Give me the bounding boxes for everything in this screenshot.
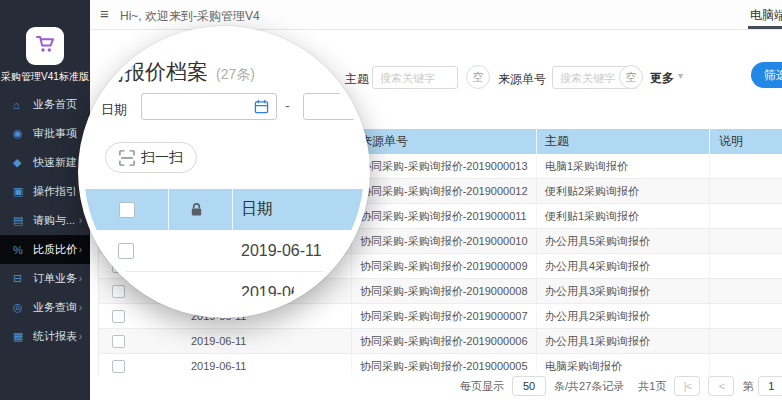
- page-input[interactable]: 1: [758, 376, 782, 396]
- first-page-button[interactable]: |<: [674, 376, 700, 396]
- sidebar-menu: ⌂业务首页◉审批事项◆快速新建▣操作指引▤请购与...›%比质比价›⊟订单业务›…: [0, 90, 90, 351]
- greeting-text: Hi~, 欢迎来到-采购管理V4: [120, 8, 260, 25]
- cell-source: 协同采购-采购询报价-2019000008: [351, 279, 536, 303]
- total-pages: 共1页: [638, 379, 666, 394]
- date-range-dash: -: [285, 98, 290, 114]
- row-checkbox-magnified[interactable]: [118, 243, 134, 259]
- breadcrumb-chevron: ›: [97, 40, 101, 52]
- home-icon: ⌂: [13, 99, 27, 111]
- source-clear-button[interactable]: 空: [619, 65, 643, 89]
- row-checkbox-cell: [99, 329, 139, 353]
- sidebar-item-label: 请购与...: [33, 213, 75, 228]
- sidebar: 采购管理V41标准版 ⌂业务首页◉审批事项◆快速新建▣操作指引▤请购与...›%…: [0, 0, 90, 400]
- sidebar-item-label: 操作指引: [33, 184, 77, 199]
- cell-source: 协同采购-采购询报价-2019000011: [351, 204, 536, 228]
- row-checkbox[interactable]: [112, 310, 125, 323]
- magnified-row-1: 2019-06-11: [84, 230, 370, 272]
- sidebar-item-9[interactable]: ▦统计报表›: [0, 322, 90, 351]
- cell-source: 协同采购-采购询报价-2019000005: [351, 354, 536, 374]
- sidebar-item-7[interactable]: ⊟订单业务›: [0, 264, 90, 293]
- chevron-right-icon: ›: [79, 215, 82, 226]
- per-page-input[interactable]: 50: [512, 376, 546, 396]
- row-checkbox[interactable]: [112, 335, 125, 348]
- cell-subject: 办公用具5采购询报价: [536, 229, 709, 253]
- hamburger-icon[interactable]: ≡: [100, 5, 109, 22]
- cell-subject: 便利贴2采购询报价: [536, 179, 709, 203]
- compare-icon: %: [13, 244, 27, 256]
- sidebar-item-8[interactable]: ◎业务查询›: [0, 293, 90, 322]
- sidebar-item-label: 订单业务: [33, 271, 77, 286]
- row-checkbox[interactable]: [112, 360, 125, 373]
- page-title: 询报价档案(27条): [103, 58, 255, 86]
- row-checkbox-cell: [99, 304, 139, 328]
- sidebar-item-5[interactable]: ▤请购与...›: [0, 206, 90, 235]
- order-icon: ⊟: [13, 272, 27, 285]
- pagination-bar: 每页显示 50 条/共27条记录 共1页 |< < 第 1 页 >: [460, 376, 782, 396]
- quick-new-icon: ◆: [13, 156, 27, 169]
- date-from-input[interactable]: [141, 93, 277, 120]
- sidebar-item-1[interactable]: ⌂业务首页: [0, 90, 90, 119]
- cell-source: 协同采购-采购询报价-2019000009: [351, 254, 536, 278]
- cell-source: 协同采购-采购询报价-2019000007: [351, 304, 536, 328]
- sidebar-item-label: 业务查询: [33, 300, 77, 315]
- cell-note: [709, 329, 782, 353]
- source-filter-label: 来源单号: [498, 71, 546, 88]
- sidebar-item-label: 业务首页: [33, 97, 77, 112]
- table-row[interactable]: 2019-06-11协同采购-采购询报价-2019000006办公用具1采购询报…: [99, 329, 782, 354]
- cell-date: 2019-06-11: [179, 329, 351, 353]
- cell-note: [709, 204, 782, 228]
- cell-subject: 办公用具1采购询报价: [536, 329, 709, 353]
- sidebar-item-label: 比质比价: [33, 242, 77, 257]
- app-title: 采购管理V41标准版: [0, 70, 90, 84]
- chevron-right-icon: ›: [79, 331, 82, 342]
- query-icon: ◎: [13, 301, 27, 314]
- date-to-input[interactable]: [303, 93, 370, 120]
- chevron-right-icon: ›: [79, 273, 82, 284]
- cell-note: [709, 154, 782, 178]
- cell-subject: 办公用具2采购询报价: [536, 304, 709, 328]
- prev-page-button[interactable]: <: [708, 376, 734, 396]
- table-row[interactable]: 2019-06-11协同采购-采购询报价-2019000005电脑采购询报价: [99, 354, 782, 374]
- cell-note: [709, 179, 782, 203]
- subject-filter-input[interactable]: [372, 66, 458, 89]
- more-filters-button[interactable]: 更多: [650, 70, 674, 87]
- row-checkbox[interactable]: [112, 285, 125, 298]
- chevron-right-icon: ›: [79, 302, 82, 313]
- calendar-icon[interactable]: [254, 99, 269, 118]
- col-note: 说明: [709, 129, 782, 154]
- magnified-col-date: 日期: [232, 189, 370, 230]
- request-icon: ▤: [13, 214, 27, 227]
- cell-source: 协同采购-采购询报价-2019000006: [351, 329, 536, 353]
- row-lock-cell: [139, 329, 179, 353]
- cell-subject: 办公用具3采购询报价: [536, 279, 709, 303]
- cell-note: [709, 354, 782, 374]
- lock-icon: [189, 202, 204, 217]
- cell-subject: 办公用具4采购询报价: [536, 254, 709, 278]
- row-checkbox-cell: [99, 354, 139, 374]
- row-lock-cell: [139, 354, 179, 374]
- cell-date: 2019-06-11: [179, 354, 351, 374]
- sidebar-item-3[interactable]: ◆快速新建: [0, 148, 90, 177]
- col-subject: 主题: [536, 129, 709, 154]
- scan-button[interactable]: 扫一扫: [105, 142, 197, 173]
- cell-note: [709, 254, 782, 278]
- caret-down-icon: ▾: [678, 70, 683, 81]
- magnifier-circle: › 询报价档案(27条) 日期 - 扫一扫: [78, 26, 370, 318]
- cart-logo-icon: [33, 32, 57, 60]
- col-source: 来源单号: [351, 129, 536, 154]
- subject-clear-button[interactable]: 空: [466, 65, 490, 89]
- scan-icon: [119, 150, 135, 166]
- tab-pc[interactable]: 电脑端: [750, 7, 782, 24]
- record-count-badge: (27条): [216, 66, 255, 82]
- sidebar-item-label: 快速新建: [33, 155, 77, 170]
- filter-button[interactable]: 筛选: [751, 62, 782, 88]
- sidebar-item-2[interactable]: ◉审批事项: [0, 119, 90, 148]
- sidebar-item-6[interactable]: %比质比价›: [0, 235, 90, 264]
- select-all-checkbox-magnified[interactable]: [119, 202, 135, 218]
- cell-source: 协同采购-采购询报价-2019000010: [351, 229, 536, 253]
- cell-source: 协同采购-采购询报价-2019000013: [351, 154, 536, 178]
- records-count: 条/共27条记录: [554, 379, 624, 394]
- sidebar-item-4[interactable]: ▣操作指引: [0, 177, 90, 206]
- cell-note: [709, 229, 782, 253]
- cell-subject: 电脑1采购询报价: [536, 154, 709, 178]
